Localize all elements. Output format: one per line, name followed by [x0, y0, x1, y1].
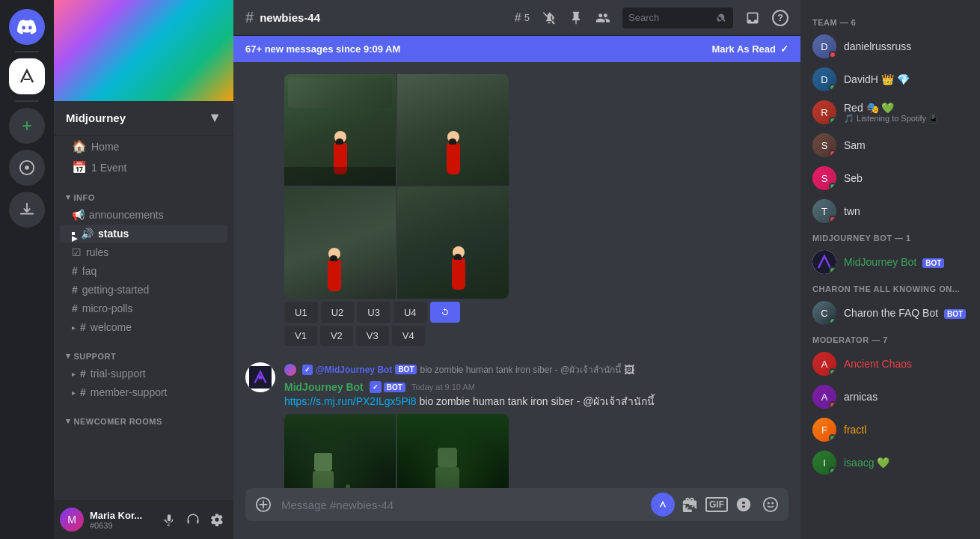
channel-status[interactable]: ▸ 🔊 status	[60, 225, 227, 243]
explore-icon[interactable]	[9, 150, 45, 186]
red-avatar: R	[812, 100, 836, 124]
search-input[interactable]	[628, 12, 712, 23]
people-icon	[595, 10, 610, 25]
channel-member-support[interactable]: ▸ # member-support	[60, 383, 227, 401]
gif-button[interactable]: GIF	[705, 493, 729, 517]
v4-button[interactable]: V4	[392, 326, 425, 346]
message-input[interactable]	[275, 491, 651, 519]
message-link[interactable]: https://s.mj.run/PX2ILgx5Pi8	[284, 395, 417, 407]
member-isaacg[interactable]: I isaacg 💚	[806, 446, 974, 479]
ancient-chaos-status	[829, 368, 836, 376]
image-cell-2[interactable]	[397, 74, 509, 186]
user-area: M Maria Kor... #0639	[54, 500, 233, 539]
thread-count-button[interactable]: # 5	[515, 11, 530, 25]
member-bullet-icon: ▸	[72, 389, 76, 397]
bot-section-header: MIDJOURNEY BOT — 1	[806, 228, 974, 246]
member-hash-icon: #	[80, 386, 86, 398]
gift-button[interactable]	[678, 493, 702, 517]
current-user-name: Maria Kor...	[90, 510, 153, 521]
midjourney-bot-tag: BOT	[922, 258, 944, 268]
member-seb[interactable]: S Seb	[806, 162, 974, 195]
image-cell-3[interactable]	[284, 187, 396, 299]
davidh-name: DavidH 👑 💎	[844, 73, 910, 85]
help-button[interactable]: ?	[772, 10, 788, 26]
member-red[interactable]: R Red 🎭 💚 🎵 Listening to Spotify 📱	[806, 96, 974, 129]
midjourney-bot-avatar	[812, 250, 836, 274]
midjourney-server-icon[interactable]	[9, 58, 45, 94]
server-name-header[interactable]: Midjourney ▼	[54, 101, 233, 135]
members-button[interactable]	[595, 10, 610, 25]
refresh-button[interactable]	[430, 302, 460, 323]
member-davidh[interactable]: D DavidH 👑 💎	[806, 63, 974, 96]
twn-status	[829, 216, 836, 223]
add-attachment-button[interactable]	[251, 493, 275, 517]
channel-list: 🏠 Home 📅 1 Event ▾ INFO 📢 announcements …	[54, 135, 233, 500]
mark-as-read-button[interactable]: Mark As Read ✓	[712, 43, 789, 55]
zombie-cell-2[interactable]	[397, 414, 509, 488]
member-arnicas[interactable]: A arnicas	[806, 380, 974, 413]
u1-button[interactable]: U1	[284, 302, 318, 323]
sticker-button[interactable]	[732, 493, 756, 517]
mute-button[interactable]	[542, 10, 557, 25]
download-icon[interactable]	[9, 192, 45, 228]
team-section-header: TEAM — 6	[806, 12, 974, 30]
headset-button[interactable]	[183, 509, 203, 530]
v1-button[interactable]: V1	[284, 326, 317, 346]
zombie-cell-1[interactable]	[284, 414, 396, 488]
channel-section-info: ▾ INFO 📢 announcements ▸ 🔊 status ☑ rule…	[54, 189, 233, 336]
channel-event[interactable]: 📅 1 Event	[60, 157, 227, 177]
emoji-button[interactable]	[759, 493, 783, 517]
newcomer-collapse-icon: ▾	[66, 416, 71, 426]
settings-button[interactable]	[206, 509, 227, 530]
svg-point-8	[768, 502, 770, 505]
server-banner	[54, 0, 233, 101]
u4-button[interactable]: U4	[393, 302, 427, 323]
microphone-button[interactable]	[159, 509, 180, 530]
member-ancient-chaos[interactable]: A Ancient Chaos	[806, 347, 974, 380]
member-midjourney-bot[interactable]: MidJourney Bot BOT	[806, 246, 974, 278]
add-server-icon[interactable]: +	[9, 108, 45, 144]
u3-button[interactable]: U3	[357, 302, 391, 323]
discord-home-icon[interactable]	[9, 9, 45, 45]
member-fractl[interactable]: F fractl	[806, 413, 974, 446]
new-messages-banner[interactable]: 67+ new messages since 9:09 AM Mark As R…	[233, 36, 800, 62]
channel-trial-support[interactable]: ▸ # trial-support	[60, 365, 227, 383]
inbox-button[interactable]	[745, 10, 760, 25]
image-cell-4[interactable]	[397, 187, 509, 299]
charon-bot-tag: BOT	[944, 309, 966, 319]
member-twn[interactable]: T twn	[806, 195, 974, 228]
pin-button[interactable]	[569, 10, 584, 25]
main-chat-area: # newbies-44 # 5	[233, 0, 800, 539]
member-danielrussruss[interactable]: D danielrussruss	[806, 30, 974, 63]
u2-button[interactable]: U2	[321, 302, 355, 323]
search-bar[interactable]	[622, 7, 733, 28]
trial-hash-icon: #	[80, 368, 86, 380]
image-cell-1[interactable]	[284, 74, 396, 186]
image-grid-message: U1 U2 U3 U4 V1 V2 V3 V4	[245, 74, 788, 346]
v2-button[interactable]: V2	[320, 326, 353, 346]
midjourney-bot-icon[interactable]	[651, 493, 675, 517]
member-charon-bot[interactable]: C Charon the FAQ Bot BOT	[806, 296, 974, 329]
message-text: https://s.mj.run/PX2ILgx5Pi8 bio zombie …	[284, 395, 788, 409]
channel-rules[interactable]: ☑ rules	[60, 243, 227, 261]
channel-header-info: # newbies-44	[245, 9, 320, 26]
channel-announcements[interactable]: 📢 announcements	[60, 206, 227, 224]
channel-faq[interactable]: # faq	[60, 262, 227, 280]
channel-micro-polls[interactable]: # micro-polls	[60, 299, 227, 317]
section-info-header[interactable]: ▾ INFO	[54, 189, 233, 205]
member-sam[interactable]: S Sam	[806, 129, 974, 162]
channel-welcome[interactable]: ▸ # welcome	[60, 318, 227, 336]
v3-button[interactable]: V3	[356, 326, 389, 346]
sam-status	[829, 150, 836, 157]
channel-home[interactable]: 🏠 Home	[60, 136, 227, 156]
bot-status	[829, 267, 836, 274]
channel-section-support: ▾ SUPPORT ▸ # trial-support ▸ # member-s…	[54, 348, 233, 401]
bot-avatar-icon	[656, 498, 670, 511]
chat-input-wrapper: GIF	[245, 488, 788, 521]
section-support-header[interactable]: ▾ SUPPORT	[54, 348, 233, 364]
server-name-text: Midjourney	[66, 112, 126, 124]
svg-point-2	[25, 165, 29, 170]
channel-getting-started[interactable]: # getting-started	[60, 281, 227, 299]
davidh-avatar: D	[812, 67, 836, 91]
section-newcomer-header[interactable]: ▾ NEWCOMER ROOMS	[54, 413, 233, 429]
